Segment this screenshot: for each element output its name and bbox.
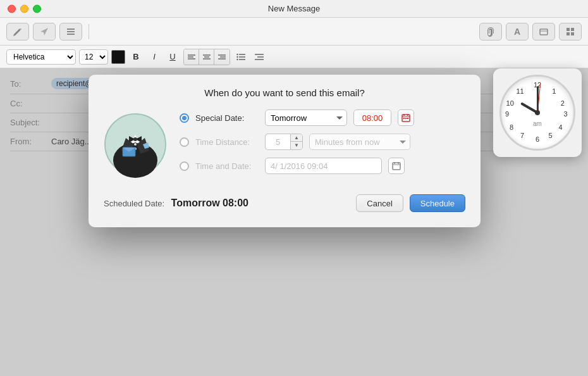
attachment-button[interactable] bbox=[479, 23, 502, 41]
align-left-button[interactable] bbox=[184, 49, 199, 65]
options-area: Special Date: Tomorrow Next Week Next Mo… bbox=[180, 110, 465, 182]
time-and-date-label: Time and Date: bbox=[195, 161, 259, 171]
spinner-up-button[interactable]: ▲ bbox=[291, 134, 302, 142]
scheduled-date-value: Tomorrow 08:00 bbox=[171, 197, 248, 208]
svg-point-23 bbox=[236, 58, 238, 60]
clock-num-11: 11 bbox=[517, 87, 524, 95]
schedule-button[interactable]: Schedule bbox=[410, 194, 465, 212]
spinner-down-button[interactable]: ▼ bbox=[291, 142, 302, 149]
clock-center-dot bbox=[535, 110, 540, 115]
underline-button[interactable]: U bbox=[165, 49, 180, 65]
scheduled-date-label: Scheduled Date: bbox=[104, 199, 164, 208]
list-format-button[interactable] bbox=[233, 49, 248, 65]
datetime-input[interactable] bbox=[265, 158, 382, 174]
time-distance-label: Time Distance: bbox=[195, 137, 259, 147]
schedule-modal: When do you want to send this email? bbox=[89, 75, 481, 227]
minutes-unit-select[interactable]: Minutes from now bbox=[309, 134, 410, 150]
scheduled-date-display: Scheduled Date: Tomorrow 08:00 bbox=[104, 197, 248, 209]
modal-footer: Scheduled Date: Tomorrow 08:00 Cancel Sc… bbox=[104, 194, 465, 212]
toolbar-right: A bbox=[479, 23, 582, 41]
toolbar-sep-1 bbox=[89, 24, 89, 39]
svg-rect-45 bbox=[405, 118, 407, 119]
special-date-calendar-button[interactable] bbox=[398, 110, 414, 126]
svg-rect-2 bbox=[67, 34, 75, 35]
minutes-input[interactable] bbox=[265, 134, 290, 150]
cancel-button[interactable]: Cancel bbox=[356, 194, 403, 212]
clock-num-6: 6 bbox=[536, 135, 539, 143]
svg-point-22 bbox=[236, 56, 238, 57]
modal-title: When do you want to send this email? bbox=[104, 87, 465, 98]
maximize-button[interactable] bbox=[33, 4, 41, 13]
svg-rect-0 bbox=[67, 28, 75, 30]
svg-rect-46 bbox=[407, 118, 408, 119]
svg-rect-44 bbox=[403, 118, 405, 119]
clock-num-8: 8 bbox=[510, 123, 513, 131]
clock-num-2: 2 bbox=[561, 99, 565, 107]
clock-widget: 12 1 2 3 4 5 6 7 8 9 10 11 am bbox=[493, 68, 582, 157]
special-date-label: Special Date: bbox=[195, 113, 259, 123]
clock-num-1: 1 bbox=[552, 87, 556, 95]
svg-point-35 bbox=[134, 143, 137, 146]
svg-point-32 bbox=[133, 137, 137, 141]
clock-num-5: 5 bbox=[548, 132, 552, 139]
tuxedo-icon bbox=[104, 110, 167, 179]
special-date-time-input[interactable] bbox=[353, 110, 391, 126]
clock-face: 12 1 2 3 4 5 6 7 8 9 10 11 am bbox=[499, 75, 575, 151]
font-select[interactable]: Helvetica bbox=[6, 49, 76, 65]
modal-body: Special Date: Tomorrow Next Week Next Mo… bbox=[104, 110, 465, 182]
special-date-row: Special Date: Tomorrow Next Week Next Mo… bbox=[180, 110, 465, 126]
bold-button[interactable]: B bbox=[128, 49, 144, 65]
datetime-calendar-button[interactable] bbox=[388, 158, 405, 174]
window-button[interactable] bbox=[532, 23, 555, 41]
svg-rect-1 bbox=[67, 31, 75, 32]
svg-rect-47 bbox=[393, 163, 400, 170]
align-center-button[interactable] bbox=[199, 49, 214, 65]
time-and-date-row: Time and Date: bbox=[180, 158, 465, 174]
time-distance-row: Time Distance: ▲ ▼ Minutes from now bbox=[180, 134, 465, 150]
compose-button[interactable] bbox=[6, 23, 29, 41]
clock-num-4: 4 bbox=[558, 123, 562, 131]
align-right-button[interactable] bbox=[214, 49, 230, 65]
grid-button[interactable] bbox=[559, 23, 582, 41]
list-button[interactable] bbox=[59, 23, 82, 41]
clock-num-9: 9 bbox=[505, 110, 509, 118]
clock-num-10: 10 bbox=[506, 99, 514, 107]
send-button[interactable] bbox=[33, 23, 56, 41]
toolbar: A bbox=[0, 18, 588, 46]
traffic-lights bbox=[8, 4, 41, 13]
svg-rect-6 bbox=[571, 28, 574, 31]
minutes-spinner: ▲ ▼ bbox=[265, 134, 303, 150]
align-group bbox=[183, 49, 230, 65]
clock-am-label: am bbox=[533, 120, 542, 127]
clock-num-3: 3 bbox=[563, 110, 567, 118]
font-button[interactable]: A bbox=[506, 23, 529, 41]
svg-rect-5 bbox=[567, 28, 570, 31]
format-bar: Helvetica 12 B I U bbox=[0, 46, 588, 68]
svg-rect-7 bbox=[567, 32, 570, 35]
main-content: To: recipient@example.com Cc: Subject: F… bbox=[0, 68, 588, 376]
title-bar: New Message bbox=[0, 0, 588, 18]
clock-num-7: 7 bbox=[520, 132, 524, 139]
svg-rect-3 bbox=[540, 29, 548, 35]
special-date-select[interactable]: Tomorrow Next Week Next Month bbox=[265, 110, 347, 126]
italic-button[interactable]: I bbox=[147, 49, 162, 65]
footer-buttons: Cancel Schedule bbox=[356, 194, 465, 212]
spinner-arrows: ▲ ▼ bbox=[290, 134, 303, 150]
time-and-date-radio[interactable] bbox=[180, 161, 189, 171]
svg-rect-8 bbox=[571, 32, 574, 35]
indent-button[interactable] bbox=[252, 49, 267, 65]
svg-point-21 bbox=[236, 53, 238, 54]
special-date-radio[interactable] bbox=[180, 113, 189, 123]
close-button[interactable] bbox=[8, 4, 16, 13]
size-select[interactable]: 12 bbox=[79, 49, 108, 65]
color-picker[interactable] bbox=[111, 50, 125, 64]
minimize-button[interactable] bbox=[20, 4, 28, 13]
time-distance-radio[interactable] bbox=[180, 137, 189, 147]
window-title: New Message bbox=[268, 4, 320, 13]
